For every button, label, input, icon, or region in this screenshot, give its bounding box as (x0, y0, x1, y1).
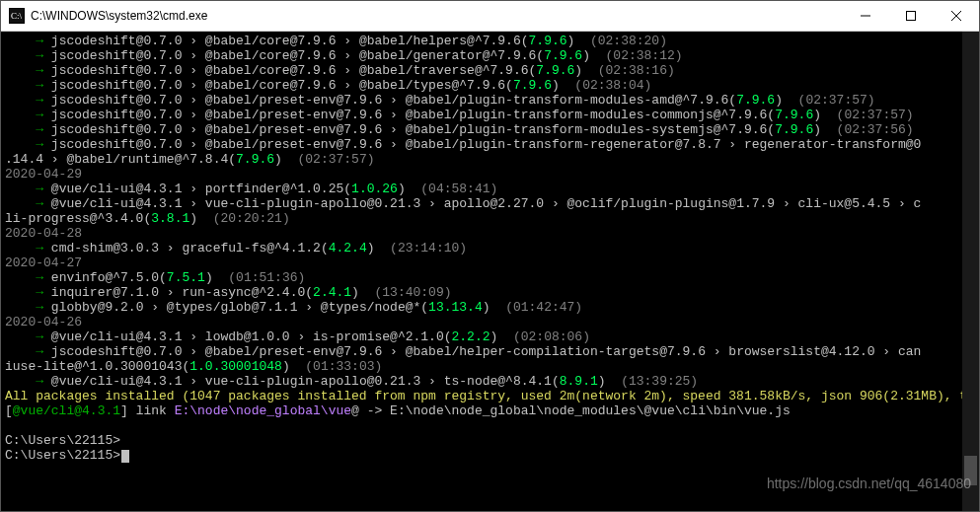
version: 7.9.6 (544, 48, 582, 63)
package-text: jscodeshift@0.7.0 › @babel/core@7.9.6 › … (51, 63, 529, 78)
output-line: → jscodeshift@0.7.0 › @babel/core@7.9.6 … (1, 48, 979, 63)
output-line: → @vue/cli-ui@4.3.1 › vue-cli-plugin-apo… (1, 374, 979, 389)
version: 7.9.6 (775, 108, 813, 122)
version: 2.4.1 (313, 285, 351, 300)
scrollbar-thumb[interactable] (964, 456, 977, 485)
minimize-button[interactable] (843, 1, 888, 32)
watermark: https://blog.csdn.net/qq_4614080 (767, 475, 971, 491)
version: 1.0.26 (351, 182, 398, 196)
blank-line (1, 418, 979, 433)
output-line: 2020-04-28 (1, 226, 979, 241)
arrow-icon: → (36, 122, 51, 137)
version: 3.8.1 (151, 211, 189, 226)
version: 2.2.2 (452, 329, 490, 344)
version: 13.13.4 (428, 300, 483, 315)
package-text: jscodeshift@0.7.0 › @babel/preset-env@7.… (51, 108, 768, 122)
version: 7.9.6 (529, 34, 567, 48)
prompt-line: C:\Users\22115> (1, 448, 979, 463)
date-label: 2020-04-26 (5, 315, 82, 329)
timestamp: (02:38:16) (598, 63, 675, 78)
arrow-icon: → (36, 137, 51, 152)
timestamp: (02:38:04) (574, 78, 651, 93)
output-line: → jscodeshift@0.7.0 › @babel/core@7.9.6 … (1, 63, 979, 78)
scrollbar[interactable] (962, 32, 979, 511)
timestamp: (01:33:03) (305, 359, 382, 374)
arrow-icon: → (36, 285, 51, 300)
prompt: C:\Users\22115> (5, 448, 120, 463)
maximize-button[interactable] (888, 1, 934, 32)
timestamp: (02:37:56) (837, 122, 914, 137)
svg-rect-4 (907, 12, 916, 21)
date-label: 2020-04-28 (5, 226, 82, 241)
package-text: @vue/cli-ui@4.3.1 › vue-cli-plugin-apoll… (51, 374, 552, 389)
version: 7.9.6 (513, 78, 552, 93)
arrow-icon: → (36, 34, 51, 48)
output-line: → globby@9.2.0 › @types/glob@7.1.1 › @ty… (1, 300, 979, 315)
output-line: → @vue/cli-ui@4.3.1 › portfinder@^1.0.25… (1, 182, 979, 196)
package-text: iuse-lite@^1.0.30001043 (5, 359, 182, 374)
arrow-icon: → (36, 108, 51, 122)
window: C:\ C:\WINDOWS\system32\cmd.exe → jscode… (0, 0, 980, 512)
output-line: → envinfo@^7.5.0(7.5.1) (01:51:36) (1, 270, 979, 285)
output-line: → @vue/cli-ui@4.3.1 › lowdb@1.0.0 › is-p… (1, 329, 979, 344)
arrow-icon: → (36, 48, 51, 63)
output-line: iuse-lite@^1.0.30001043(1.0.30001048) (0… (1, 359, 979, 374)
version: 7.9.6 (536, 63, 574, 78)
output-line: → jscodeshift@0.7.0 › @babel/preset-env@… (1, 122, 979, 137)
version: 7.9.6 (775, 122, 813, 137)
titlebar[interactable]: C:\ C:\WINDOWS\system32\cmd.exe (1, 1, 979, 32)
cursor (121, 450, 129, 463)
package-text: globby@9.2.0 › @types/glob@7.1.1 › @type… (51, 300, 420, 315)
timestamp: (20:20:21) (213, 211, 290, 226)
arrow-icon: → (36, 182, 51, 196)
output-line: 2020-04-27 (1, 256, 979, 270)
terminal[interactable]: → jscodeshift@0.7.0 › @babel/core@7.9.6 … (1, 32, 979, 511)
timestamp: (13:39:25) (621, 374, 698, 389)
package-text: .14.4 › @babel/runtime@^7.8.4 (5, 152, 228, 167)
timestamp: (02:37:57) (798, 93, 875, 108)
timestamp: (23:14:10) (390, 241, 467, 256)
arrow-icon: → (36, 63, 51, 78)
arrow-icon: → (36, 374, 51, 389)
package-text: jscodeshift@0.7.0 › @babel/preset-env@7.… (51, 122, 768, 137)
package-text: jscodeshift@0.7.0 › @babel/preset-env@7.… (51, 137, 922, 152)
arrow-icon: → (36, 196, 51, 211)
package-text: jscodeshift@0.7.0 › @babel/preset-env@7.… (51, 93, 729, 108)
link-path: E:\node\node_global\vue (175, 403, 351, 418)
package-text: @vue/cli-ui@4.3.1 › vue-cli-plugin-apoll… (51, 196, 922, 211)
version: 1.0.30001048 (189, 359, 282, 374)
output-line: → jscodeshift@0.7.0 › @babel/preset-env@… (1, 344, 979, 359)
timestamp: (01:42:47) (505, 300, 582, 315)
version: 7.9.6 (736, 93, 775, 108)
date-label: 2020-04-27 (5, 256, 82, 270)
link-target: @ -> E:\node\node_global\node_modules\@v… (351, 403, 791, 418)
package-text: cmd-shim@3.0.3 › graceful-fs@^4.1.2 (51, 241, 321, 256)
arrow-icon: → (36, 93, 51, 108)
output-line: li-progress@^3.4.0(3.8.1) (20:20:21) (1, 211, 979, 226)
arrow-icon: → (36, 344, 51, 359)
prompt-line: C:\Users\22115> (1, 433, 979, 448)
prompt: C:\Users\22115> (5, 433, 120, 448)
summary-text: All packages installed (1047 packages in… (5, 389, 979, 403)
timestamp: (13:40:09) (375, 285, 452, 300)
timestamp: (02:38:12) (606, 48, 683, 63)
timestamp: (04:58:41) (420, 182, 497, 196)
output-line: → jscodeshift@0.7.0 › @babel/core@7.9.6 … (1, 78, 979, 93)
output-line: → jscodeshift@0.7.0 › @babel/preset-env@… (1, 108, 979, 122)
timestamp: (02:37:57) (297, 152, 374, 167)
package-text: @vue/cli-ui@4.3.1 › portfinder@^1.0.25 (51, 182, 343, 196)
terminal-output: → jscodeshift@0.7.0 › @babel/core@7.9.6 … (1, 34, 979, 463)
version: 8.9.1 (560, 374, 598, 389)
arrow-icon: → (36, 300, 51, 315)
output-line: 2020-04-29 (1, 167, 979, 182)
cmd-icon: C:\ (9, 8, 25, 24)
version: 7.5.1 (167, 270, 205, 285)
output-line: → jscodeshift@0.7.0 › @babel/preset-env@… (1, 137, 979, 152)
output-line: → jscodeshift@0.7.0 › @babel/preset-env@… (1, 93, 979, 108)
cli-package: @vue/cli@4.3.1 (13, 403, 120, 418)
output-line: → jscodeshift@0.7.0 › @babel/core@7.9.6 … (1, 34, 979, 48)
arrow-icon: → (36, 78, 51, 93)
link-line: [@vue/cli@4.3.1] link E:\node\node_globa… (1, 403, 979, 418)
package-text: jscodeshift@0.7.0 › @babel/core@7.9.6 › … (51, 78, 505, 93)
close-button[interactable] (934, 1, 979, 32)
